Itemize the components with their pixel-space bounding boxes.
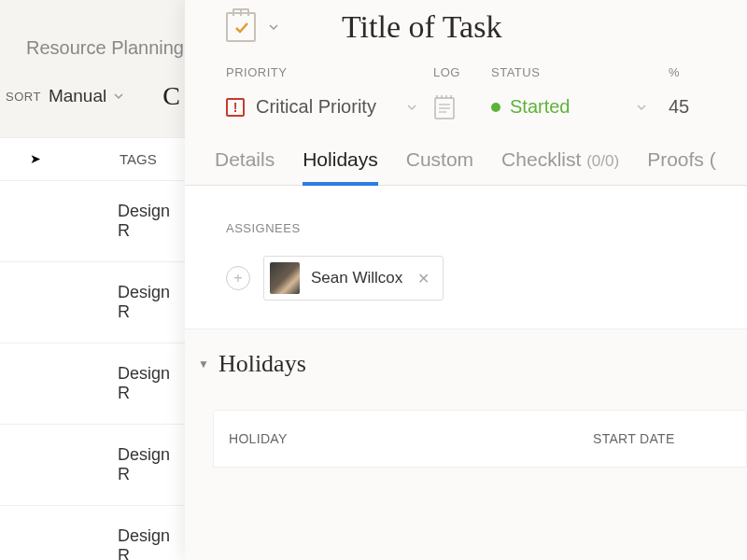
assignees-label: ASSIGNEES: [226, 221, 747, 235]
holidays-table: HOLIDAY START DATE: [213, 410, 747, 468]
tab-details[interactable]: Details: [215, 148, 275, 182]
task-icon[interactable]: [226, 12, 256, 42]
page-title: Resource Planning: [0, 0, 187, 59]
column-start-date[interactable]: START DATE: [593, 431, 675, 446]
column-letter: C: [162, 81, 180, 111]
task-fields: PRIORITY ! Critical Priority LOG: [185, 65, 747, 120]
panel-header: Title of Task: [185, 0, 747, 65]
tab-holidays[interactable]: Holidays: [303, 148, 378, 186]
priority-label: PRIORITY: [226, 65, 433, 79]
tabs: Details Holidays Custom Checklist (0/0) …: [185, 120, 747, 186]
tab-custom[interactable]: Custom: [406, 148, 473, 182]
percent-label: %: [669, 65, 743, 79]
avatar: [270, 262, 300, 294]
status-value: Started: [510, 96, 570, 118]
list-item[interactable]: Design R: [0, 425, 187, 506]
priority-dropdown[interactable]: ! Critical Priority: [226, 96, 433, 118]
section-header[interactable]: ▼ Holidays: [198, 350, 747, 378]
assignee-row: + Sean Willcox ✕: [226, 256, 747, 301]
status-dropdown[interactable]: Started: [491, 96, 669, 118]
add-assignee-button[interactable]: +: [226, 266, 250, 290]
assignees-section: ASSIGNEES + Sean Willcox ✕: [185, 186, 747, 329]
log-label: LOG: [433, 65, 491, 79]
status-dot-icon: [491, 103, 500, 112]
table-header: HOLIDAY START DATE: [214, 411, 746, 467]
sort-label: SORT: [6, 90, 41, 104]
list-item[interactable]: Design R: [0, 181, 187, 262]
task-list: Design R Design R Design R Design R Desi…: [0, 181, 187, 560]
chevron-down-icon: [637, 103, 646, 112]
tags-column-header: TAGS: [0, 137, 187, 181]
collapse-icon: ▼: [198, 357, 209, 371]
assignee-name: Sean Willcox: [311, 269, 402, 287]
list-item[interactable]: Design R: [0, 262, 187, 343]
status-label: STATUS: [491, 65, 669, 79]
tab-checklist-count: (0/0): [586, 152, 619, 170]
percent-value[interactable]: 45: [669, 96, 743, 118]
critical-icon: !: [226, 98, 245, 117]
holidays-section: ▼ Holidays HOLIDAY START DATE: [185, 329, 747, 468]
remove-assignee-button[interactable]: ✕: [414, 270, 433, 287]
assignee-chip[interactable]: Sean Willcox ✕: [263, 256, 444, 301]
section-title: Holidays: [218, 350, 306, 378]
sort-control[interactable]: SORT Manual C: [0, 59, 187, 111]
background-list: Resource Planning SORT Manual C ➤ TAGS D…: [0, 0, 187, 560]
chevron-down-icon: [114, 91, 123, 101]
tab-proofs[interactable]: Proofs (: [647, 148, 716, 182]
chevron-down-icon[interactable]: [269, 22, 278, 32]
log-icon[interactable]: [433, 94, 456, 120]
priority-value: Critical Priority: [256, 96, 376, 118]
column-holiday[interactable]: HOLIDAY: [229, 431, 593, 446]
chevron-down-icon: [407, 103, 416, 112]
task-detail-panel: Title of Task PRIORITY ! Critical Priori…: [185, 0, 747, 560]
tab-checklist-label: Checklist: [501, 148, 581, 170]
task-title[interactable]: Title of Task: [342, 9, 501, 45]
sort-value: Manual: [49, 86, 106, 106]
list-item[interactable]: Design R: [0, 506, 187, 560]
tab-checklist[interactable]: Checklist (0/0): [501, 148, 619, 182]
list-item[interactable]: Design R: [0, 343, 187, 425]
